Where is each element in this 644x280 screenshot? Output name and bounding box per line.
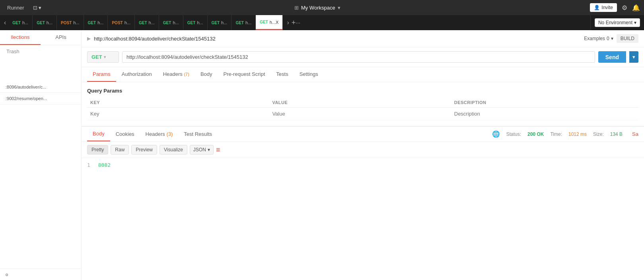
tab-8-url: h... [197, 20, 203, 25]
req-tab-authorization[interactable]: Authorization [116, 67, 158, 82]
key-input[interactable] [90, 111, 266, 117]
tab-6[interactable]: GET h... [135, 15, 159, 30]
tab-2[interactable]: GET h... [33, 15, 57, 30]
status-value: 200 OK [527, 131, 544, 137]
sidebar-tab-collections[interactable]: llections [0, 30, 41, 45]
tab-8-method: GET [187, 21, 196, 25]
resp-tab-cookies[interactable]: Cookies [110, 127, 140, 141]
tab-5[interactable]: POST h... [108, 15, 135, 30]
tab-6-url: h... [149, 20, 155, 25]
runner-button[interactable]: Runner [4, 3, 27, 12]
preview-format-button[interactable]: Preview [131, 145, 157, 154]
tab-3[interactable]: POST h... [57, 15, 84, 30]
send-dropdown-button[interactable]: ▾ [629, 51, 638, 63]
query-params-section: Query Params KEY VALUE DESCRIPTION [82, 82, 644, 126]
sidebar-tabs: llections APIs [0, 30, 81, 45]
save-response-button[interactable]: Sa [632, 131, 638, 137]
tab-6-method: GET [139, 21, 147, 25]
topbar-center: ⊞ My Workspace ▾ [48, 5, 587, 11]
json-type-selector[interactable]: JSON ▾ [190, 145, 214, 154]
pretty-format-button[interactable]: Pretty [87, 145, 108, 154]
tab-1-method: GET [12, 21, 21, 25]
req-tab-headers[interactable]: Headers (7) [158, 67, 195, 82]
response-value-1: 8082 [98, 162, 111, 168]
chevron-down-icon: ▾ [634, 20, 636, 25]
invite-button[interactable]: 👤 Invite [590, 3, 617, 12]
sidebar-tab-apis[interactable]: APIs [41, 30, 81, 45]
chevron-down-icon: ▾ [611, 36, 613, 41]
workspace-label: My Workspace [301, 5, 335, 11]
chevron-down-icon: ▾ [208, 147, 210, 153]
tab-4-method: GET [88, 21, 96, 25]
req-tab-params[interactable]: Params [87, 67, 116, 82]
tab-5-method: POST [112, 21, 123, 25]
sidebar-bottom-item[interactable]: o [0, 268, 81, 280]
tab-10-method: GET [235, 21, 244, 25]
tab-4[interactable]: GET h... [84, 15, 108, 30]
response-line-1: 1 8082 [87, 162, 638, 168]
add-tab-button[interactable]: + [292, 19, 296, 27]
nav-back-button[interactable]: ‹ [2, 19, 8, 26]
time-label: Time: [550, 131, 562, 137]
collapse-button[interactable]: ▶ [87, 36, 91, 41]
time-value: 1012 ms [568, 131, 587, 137]
req-tab-prerequest[interactable]: Pre-request Script [218, 67, 271, 82]
request-tabs: Params Authorization Headers (7) Body Pr… [82, 67, 644, 82]
url-input[interactable] [122, 51, 595, 63]
tab-2-url: h... [47, 20, 53, 25]
tab-11-active[interactable]: GET h...X [256, 15, 283, 30]
description-column-header: DESCRIPTION [451, 98, 638, 108]
settings-icon[interactable]: ⚙ [622, 4, 627, 12]
request-line: GET ▾ Send ▾ [82, 47, 644, 67]
tab-7[interactable]: GET h... [159, 15, 183, 30]
new-window-button[interactable]: ⊡ ▾ [30, 3, 45, 12]
resp-headers-badge: (3) [166, 131, 173, 137]
line-number-1: 1 [87, 162, 90, 168]
tab-9[interactable]: GET h... [208, 15, 232, 30]
tab-9-method: GET [212, 21, 220, 25]
query-params-title: Query Params [87, 88, 638, 94]
response-toolbar: Pretty Raw Preview Visualize JSON ▾ ≡ [82, 142, 644, 158]
response-tabs: Body Cookies Headers (3) Test Results 🌐 … [82, 127, 644, 142]
tab-11-url: h...X [270, 20, 279, 25]
size-value: 134 B [610, 131, 623, 137]
value-input[interactable] [272, 111, 447, 117]
raw-format-button[interactable]: Raw [111, 145, 129, 154]
tab-1-url: h... [22, 20, 28, 25]
resp-tab-body[interactable]: Body [87, 127, 110, 141]
method-dropdown-icon: ▾ [104, 55, 106, 59]
send-button[interactable]: Send [598, 51, 626, 63]
req-tab-tests[interactable]: Tests [270, 67, 294, 82]
person-icon: 👤 [594, 5, 600, 10]
resp-tab-headers[interactable]: Headers (3) [140, 127, 179, 141]
globe-icon[interactable]: 🌐 [492, 130, 500, 138]
sidebar-item-2[interactable]: :9002/resume/open... [0, 93, 81, 104]
main-layout: llections APIs Trash :8096/autodeliver/c… [0, 30, 644, 280]
resp-tab-test-results[interactable]: Test Results [178, 127, 218, 141]
build-button[interactable]: BUILD [617, 34, 638, 43]
tab-1[interactable]: GET h... [8, 15, 33, 30]
notification-icon[interactable]: 🔔 [632, 4, 640, 12]
more-tabs-button[interactable]: ··· [296, 19, 300, 26]
sidebar-item-1[interactable]: :8096/autodeliver/c... [0, 81, 81, 93]
tab-3-url: h... [73, 20, 79, 25]
content-area: ▶ http://localhost:8094/autodeliver/chec… [82, 30, 644, 280]
req-tab-body[interactable]: Body [195, 67, 218, 82]
environment-selector[interactable]: No Environment ▾ [595, 18, 640, 27]
visualize-format-button[interactable]: Visualize [160, 145, 187, 154]
tab-8[interactable]: GET h... [183, 15, 208, 30]
topbar-right: 👤 Invite ⚙ 🔔 [590, 3, 640, 12]
sidebar-list: :8096/autodeliver/c... :9002/resume/open… [0, 58, 81, 268]
tab-4-url: h... [97, 20, 103, 25]
sidebar-trash-button[interactable]: Trash [0, 45, 81, 58]
method-selector[interactable]: GET ▾ [87, 51, 119, 63]
tab-bar: ‹ GET h... GET h... POST h... GET h... P… [0, 15, 590, 30]
description-input[interactable] [454, 111, 635, 117]
tab-10[interactable]: GET h... [232, 15, 256, 30]
req-tab-settings[interactable]: Settings [294, 67, 324, 82]
filter-response-button[interactable]: ≡ [216, 146, 220, 154]
tab-3-method: POST [61, 21, 72, 25]
nav-forward-button[interactable]: › [284, 19, 291, 26]
tab-5-url: h... [125, 20, 130, 25]
examples-button[interactable]: Examples 0 ▾ [584, 36, 613, 41]
